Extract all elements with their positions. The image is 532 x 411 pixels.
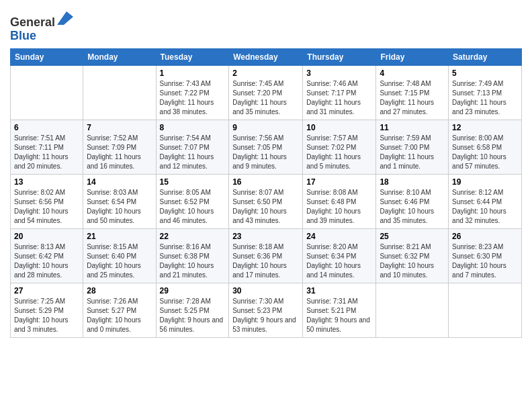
day-number: 14: [87, 177, 152, 187]
day-number: 23: [232, 232, 299, 241]
day-of-week-header: Thursday: [303, 48, 376, 65]
day-number: 9: [232, 123, 299, 132]
calendar-day-cell: 16Sunrise: 8:07 AM Sunset: 6:50 PM Dayli…: [229, 174, 303, 228]
day-info: Sunrise: 7:30 AM Sunset: 5:23 PM Dayligh…: [232, 297, 299, 334]
calendar-day-cell: 13Sunrise: 8:02 AM Sunset: 6:56 PM Dayli…: [11, 174, 83, 228]
day-info: Sunrise: 8:23 AM Sunset: 6:30 PM Dayligh…: [452, 242, 518, 280]
calendar-day-cell: 24Sunrise: 8:20 AM Sunset: 6:34 PM Dayli…: [303, 228, 376, 283]
day-number: 26: [452, 232, 518, 241]
day-info: Sunrise: 7:56 AM Sunset: 7:05 PM Dayligh…: [232, 134, 299, 171]
calendar-day-cell: 14Sunrise: 8:03 AM Sunset: 6:54 PM Dayli…: [83, 174, 156, 228]
day-of-week-header: Tuesday: [156, 48, 229, 65]
day-info: Sunrise: 7:54 AM Sunset: 7:07 PM Dayligh…: [160, 134, 226, 171]
calendar-day-cell: 9Sunrise: 7:56 AM Sunset: 7:05 PM Daylig…: [229, 120, 303, 174]
day-number: 6: [14, 123, 79, 132]
day-info: Sunrise: 7:45 AM Sunset: 7:20 PM Dayligh…: [232, 79, 299, 117]
calendar-day-cell: 25Sunrise: 8:21 AM Sunset: 6:32 PM Dayli…: [376, 228, 449, 283]
day-info: Sunrise: 8:05 AM Sunset: 6:52 PM Dayligh…: [160, 188, 226, 226]
calendar-day-cell: 20Sunrise: 8:13 AM Sunset: 6:42 PM Dayli…: [11, 228, 83, 283]
day-number: 16: [232, 177, 299, 187]
day-number: 15: [160, 177, 226, 187]
calendar-day-cell: [11, 65, 83, 120]
day-info: Sunrise: 7:25 AM Sunset: 5:29 PM Dayligh…: [14, 297, 79, 334]
day-number: 11: [380, 123, 445, 132]
calendar-day-cell: 19Sunrise: 8:12 AM Sunset: 6:44 PM Dayli…: [449, 174, 522, 228]
calendar-day-cell: 22Sunrise: 8:16 AM Sunset: 6:38 PM Dayli…: [156, 228, 229, 283]
day-number: 12: [452, 123, 518, 132]
calendar-day-cell: 5Sunrise: 7:49 AM Sunset: 7:13 PM Daylig…: [449, 65, 522, 120]
day-info: Sunrise: 8:18 AM Sunset: 6:36 PM Dayligh…: [232, 242, 299, 280]
day-info: Sunrise: 7:48 AM Sunset: 7:15 PM Dayligh…: [380, 79, 445, 117]
day-info: Sunrise: 7:52 AM Sunset: 7:09 PM Dayligh…: [87, 134, 152, 171]
day-info: Sunrise: 7:59 AM Sunset: 7:00 PM Dayligh…: [380, 134, 445, 171]
day-number: 10: [306, 123, 372, 132]
calendar-week-row: 20Sunrise: 8:13 AM Sunset: 6:42 PM Dayli…: [11, 228, 522, 283]
calendar-day-cell: 27Sunrise: 7:25 AM Sunset: 5:29 PM Dayli…: [11, 283, 83, 337]
day-info: Sunrise: 8:02 AM Sunset: 6:56 PM Dayligh…: [14, 188, 79, 226]
day-info: Sunrise: 8:16 AM Sunset: 6:38 PM Dayligh…: [160, 242, 226, 280]
calendar-day-cell: 23Sunrise: 8:18 AM Sunset: 6:36 PM Dayli…: [229, 228, 303, 283]
calendar-day-cell: [449, 283, 522, 337]
calendar-day-cell: [376, 283, 449, 337]
day-of-week-header: Saturday: [449, 48, 522, 65]
calendar-day-cell: 17Sunrise: 8:08 AM Sunset: 6:48 PM Dayli…: [303, 174, 376, 228]
day-number: 7: [87, 123, 152, 132]
calendar-day-cell: 10Sunrise: 7:57 AM Sunset: 7:02 PM Dayli…: [303, 120, 376, 174]
logo-general: General: [10, 15, 55, 29]
day-number: 2: [232, 68, 299, 78]
day-info: Sunrise: 8:00 AM Sunset: 6:58 PM Dayligh…: [452, 134, 518, 171]
svg-marker-0: [57, 11, 73, 25]
day-number: 28: [87, 286, 152, 295]
day-number: 13: [14, 177, 79, 187]
day-number: 1: [160, 68, 226, 78]
calendar-day-cell: 26Sunrise: 8:23 AM Sunset: 6:30 PM Dayli…: [449, 228, 522, 283]
day-of-week-header: Monday: [83, 48, 156, 65]
calendar-day-cell: 18Sunrise: 8:10 AM Sunset: 6:46 PM Dayli…: [376, 174, 449, 228]
day-info: Sunrise: 7:43 AM Sunset: 7:22 PM Dayligh…: [160, 79, 226, 117]
day-header-row: SundayMondayTuesdayWednesdayThursdayFrid…: [11, 48, 522, 65]
calendar-day-cell: 6Sunrise: 7:51 AM Sunset: 7:11 PM Daylig…: [11, 120, 83, 174]
calendar-day-cell: 3Sunrise: 7:46 AM Sunset: 7:17 PM Daylig…: [303, 65, 376, 120]
day-number: 24: [306, 232, 372, 241]
calendar-day-cell: 15Sunrise: 8:05 AM Sunset: 6:52 PM Dayli…: [156, 174, 229, 228]
calendar-page: General Blue SundayMondayTuesdayWednesda…: [0, 0, 532, 411]
calendar-day-cell: 12Sunrise: 8:00 AM Sunset: 6:58 PM Dayli…: [449, 120, 522, 174]
day-number: 29: [160, 286, 226, 295]
calendar-day-cell: 29Sunrise: 7:28 AM Sunset: 5:25 PM Dayli…: [156, 283, 229, 337]
calendar-day-cell: [83, 65, 156, 120]
day-of-week-header: Sunday: [11, 48, 83, 65]
day-info: Sunrise: 8:20 AM Sunset: 6:34 PM Dayligh…: [306, 242, 372, 280]
day-of-week-header: Wednesday: [229, 48, 303, 65]
day-info: Sunrise: 7:57 AM Sunset: 7:02 PM Dayligh…: [306, 134, 372, 171]
calendar-day-cell: 30Sunrise: 7:30 AM Sunset: 5:23 PM Dayli…: [229, 283, 303, 337]
page-header: General Blue: [10, 7, 522, 43]
day-number: 8: [160, 123, 226, 132]
calendar-table: SundayMondayTuesdayWednesdayThursdayFrid…: [10, 48, 522, 338]
day-number: 5: [452, 68, 518, 78]
day-info: Sunrise: 7:49 AM Sunset: 7:13 PM Dayligh…: [452, 79, 518, 117]
day-info: Sunrise: 8:03 AM Sunset: 6:54 PM Dayligh…: [87, 188, 152, 226]
calendar-week-row: 13Sunrise: 8:02 AM Sunset: 6:56 PM Dayli…: [11, 174, 522, 228]
day-info: Sunrise: 8:07 AM Sunset: 6:50 PM Dayligh…: [232, 188, 299, 226]
day-number: 22: [160, 232, 226, 241]
calendar-day-cell: 28Sunrise: 7:26 AM Sunset: 5:27 PM Dayli…: [83, 283, 156, 337]
day-number: 19: [452, 177, 518, 187]
calendar-day-cell: 11Sunrise: 7:59 AM Sunset: 7:00 PM Dayli…: [376, 120, 449, 174]
calendar-day-cell: 21Sunrise: 8:15 AM Sunset: 6:40 PM Dayli…: [83, 228, 156, 283]
day-info: Sunrise: 8:21 AM Sunset: 6:32 PM Dayligh…: [380, 242, 445, 280]
day-number: 31: [306, 286, 372, 295]
calendar-week-row: 1Sunrise: 7:43 AM Sunset: 7:22 PM Daylig…: [11, 65, 522, 120]
calendar-week-row: 27Sunrise: 7:25 AM Sunset: 5:29 PM Dayli…: [11, 283, 522, 337]
day-number: 3: [306, 68, 372, 78]
day-info: Sunrise: 7:26 AM Sunset: 5:27 PM Dayligh…: [87, 297, 152, 334]
logo: General Blue: [10, 10, 73, 43]
calendar-day-cell: 7Sunrise: 7:52 AM Sunset: 7:09 PM Daylig…: [83, 120, 156, 174]
day-number: 4: [380, 68, 445, 78]
day-number: 20: [14, 232, 79, 241]
calendar-day-cell: 4Sunrise: 7:48 AM Sunset: 7:15 PM Daylig…: [376, 65, 449, 120]
day-number: 25: [380, 232, 445, 241]
day-info: Sunrise: 8:15 AM Sunset: 6:40 PM Dayligh…: [87, 242, 152, 280]
day-info: Sunrise: 7:46 AM Sunset: 7:17 PM Dayligh…: [306, 79, 372, 117]
calendar-week-row: 6Sunrise: 7:51 AM Sunset: 7:11 PM Daylig…: [11, 120, 522, 174]
calendar-day-cell: 2Sunrise: 7:45 AM Sunset: 7:20 PM Daylig…: [229, 65, 303, 120]
